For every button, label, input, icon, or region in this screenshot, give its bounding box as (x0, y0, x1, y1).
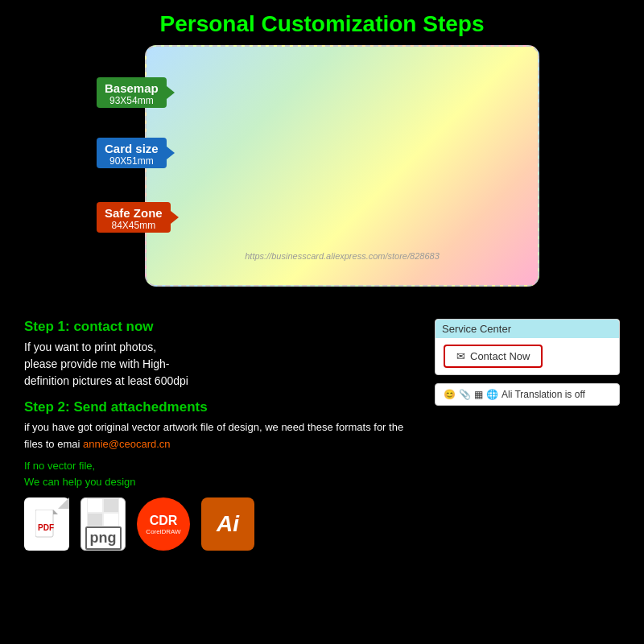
card-diagram-section: https://businesscard.aliexpress.com/stor… (0, 45, 644, 303)
cardsize-label: Card size 90X51mm (97, 138, 167, 168)
png-icon: png (80, 497, 126, 551)
contact-now-button[interactable]: ✉ Contact Now (444, 345, 543, 368)
service-center-header: Service Center (436, 320, 619, 338)
step2-heading: Step 2: Send attachedments (24, 399, 419, 415)
translate-icon: 🌐 (486, 389, 498, 400)
png-label: png (85, 526, 122, 550)
clip-icon: 📎 (459, 389, 471, 400)
service-center-box: Service Center ✉ Contact Now (435, 319, 620, 375)
right-column: Service Center ✉ Contact Now 😊 📎 ▦ 🌐 Ali… (435, 319, 620, 551)
svg-marker-1 (53, 510, 58, 514)
cdr-label: CDR (150, 514, 178, 528)
ai-label: Ai (217, 511, 239, 537)
url-text: https://businesscard.aliexpress.com/stor… (245, 251, 440, 261)
step1-body: If you want to print photos, please prov… (24, 339, 419, 390)
card-container: https://businesscard.aliexpress.com/stor… (97, 45, 547, 303)
ai-icon: Ai (201, 497, 254, 551)
vector-note: If no vector file, We can help you desig… (24, 458, 419, 492)
bottom-section: Step 1: contact now If you want to print… (0, 303, 644, 551)
translation-bar[interactable]: 😊 📎 ▦ 🌐 Ali Translation is off (435, 383, 620, 406)
basemap-label: Basemap 93X54mm (97, 77, 167, 108)
basemap-rect: https://businesscard.aliexpress.com/stor… (145, 45, 539, 287)
safezone-label: Safe Zone 84X45mm (97, 202, 171, 233)
pdf-icon: PDF (24, 497, 69, 551)
left-column: Step 1: contact now If you want to print… (24, 319, 419, 551)
grid-icon: ▦ (474, 389, 483, 400)
pdf-fold (58, 497, 69, 509)
step1-heading: Step 1: contact now (24, 319, 419, 335)
envelope-icon: ✉ (456, 350, 465, 362)
email-address: annie@ceocard.cn (83, 438, 171, 450)
cdr-icon: CDR CorelDRAW (137, 497, 190, 551)
smiley-icon: 😊 (444, 389, 456, 400)
step2-body: if you have got original vector artwork … (24, 419, 419, 453)
svg-text:PDF: PDF (38, 523, 54, 532)
file-format-icons: PDF png CDR CorelDRAW Ai (24, 497, 419, 551)
page-title: Personal Customization Steps (0, 0, 644, 45)
pdf-svg-icon: PDF (35, 510, 58, 539)
translation-text: Ali Translation is off (502, 389, 585, 400)
